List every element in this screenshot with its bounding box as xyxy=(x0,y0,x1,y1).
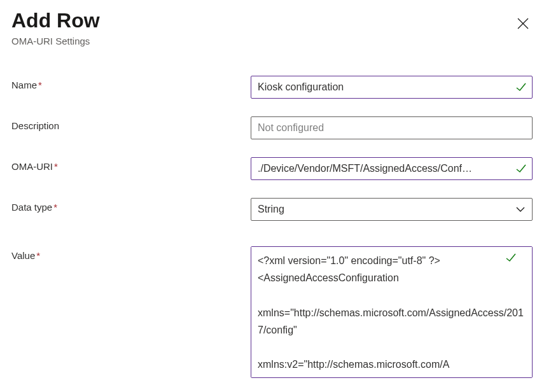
page-subtitle: OMA-URI Settings xyxy=(11,36,100,46)
data-type-value: String xyxy=(251,199,515,220)
description-label: Description xyxy=(11,116,251,131)
oma-uri-input-wrap xyxy=(251,157,533,180)
name-label: Name* xyxy=(11,76,251,90)
data-type-select[interactable]: String xyxy=(251,198,533,221)
data-type-label: Data type* xyxy=(11,198,251,213)
oma-uri-label: OMA-URI* xyxy=(11,157,251,172)
required-asterisk: * xyxy=(36,250,40,261)
value-textarea[interactable] xyxy=(251,247,532,377)
description-input-wrap xyxy=(251,116,533,139)
page-title: Add Row xyxy=(11,8,100,33)
check-icon xyxy=(515,81,527,93)
value-label: Value* xyxy=(11,246,251,261)
description-input[interactable] xyxy=(251,117,532,139)
required-asterisk: * xyxy=(38,80,42,90)
check-icon xyxy=(515,163,527,174)
required-asterisk: * xyxy=(54,161,58,172)
chevron-down-icon xyxy=(515,204,526,214)
oma-uri-input[interactable] xyxy=(251,158,515,179)
close-button[interactable] xyxy=(513,14,533,33)
name-input-wrap xyxy=(251,76,533,99)
value-textarea-wrap xyxy=(251,246,533,378)
required-asterisk: * xyxy=(53,202,57,213)
close-icon xyxy=(517,18,529,29)
name-input[interactable] xyxy=(251,76,515,98)
check-icon xyxy=(505,252,517,266)
